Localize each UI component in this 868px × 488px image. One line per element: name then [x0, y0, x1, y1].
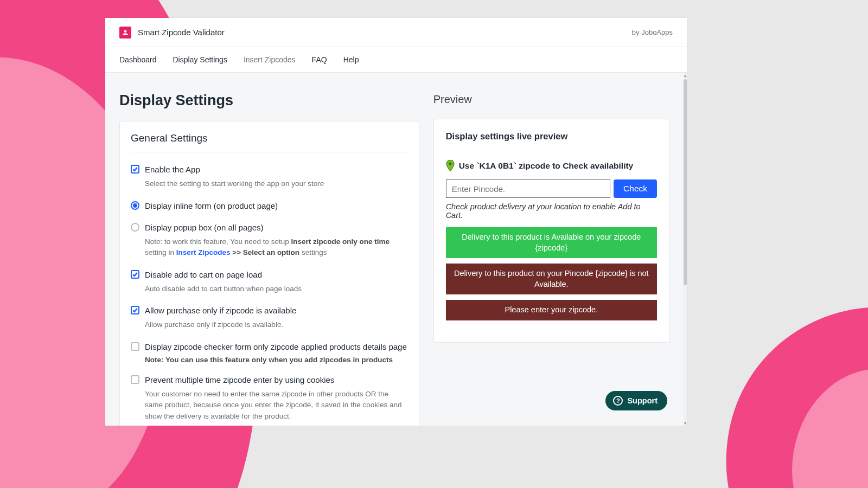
nav-dashboard[interactable]: Dashboard: [119, 55, 157, 64]
setting-desc: Note: to work this feature, You need to …: [145, 236, 408, 259]
setting-display-popup: Display popup box (on all pages) Note: t…: [131, 222, 408, 259]
page-title: Display Settings: [119, 92, 419, 109]
help-icon: ?: [613, 396, 623, 406]
checkbox-disable-cart[interactable]: [131, 270, 139, 279]
scrollbar-thumb[interactable]: [684, 79, 687, 285]
setting-only-applied-products: Display zipcode checker form only zipcod…: [131, 342, 408, 364]
scroll-down-icon[interactable]: ▾: [684, 420, 687, 426]
support-button[interactable]: ? Support: [605, 391, 667, 410]
nav-display-settings[interactable]: Display Settings: [173, 55, 227, 64]
nav-faq[interactable]: FAQ: [312, 55, 327, 64]
setting-label: Display inline form (on product page): [145, 201, 278, 211]
brand-logo-icon: [119, 27, 131, 38]
setting-allow-purchase: Allow purchase only if zipcode is availa…: [131, 305, 408, 331]
app-title: Smart Zipcode Validator: [138, 28, 225, 37]
setting-desc: Your customer no need to enter the same …: [145, 389, 408, 422]
setting-label: Display popup box (on all pages): [145, 222, 408, 233]
setting-label: Display zipcode checker form only zipcod…: [145, 342, 407, 352]
setting-disable-cart: Disable add to cart on page load Auto di…: [131, 269, 408, 295]
radio-display-popup[interactable]: [131, 223, 139, 232]
preview-card: Display settings live preview Use `K1A 0…: [433, 119, 669, 343]
checkbox-enable-app[interactable]: [131, 165, 139, 174]
setting-label: Allow purchase only if zipcode is availa…: [145, 305, 296, 316]
nav-help[interactable]: Help: [343, 55, 359, 64]
preview-title: Preview: [433, 93, 669, 106]
checkbox-allow-purchase[interactable]: [131, 306, 139, 314]
setting-display-inline: Display inline form (on product page): [131, 201, 408, 211]
preview-msg-empty: Please enter your zipcode.: [446, 300, 657, 320]
setting-note: Note: You can use this feature only when…: [145, 356, 407, 364]
insert-zipcodes-link[interactable]: Insert Zipcodes: [176, 248, 231, 256]
scroll-up-icon[interactable]: ▴: [684, 73, 687, 78]
preview-subtext: Check product delivery at your location …: [446, 202, 657, 220]
checkbox-prevent-multiple[interactable]: [131, 375, 139, 384]
support-label: Support: [627, 396, 658, 405]
check-button[interactable]: Check: [614, 179, 657, 198]
setting-label: Disable add to cart on page load: [145, 269, 302, 280]
setting-desc: Select the setting to start working the …: [145, 178, 324, 189]
general-settings-heading: General Settings: [131, 132, 408, 152]
content-scroll: Display Settings General Settings Enable…: [105, 73, 684, 426]
checkbox-only-applied-products[interactable]: [131, 342, 139, 351]
setting-prevent-multiple: Prevent multiple time zipcode enter by u…: [131, 375, 408, 422]
pincode-input[interactable]: [446, 179, 610, 198]
setting-label: Enable the App: [145, 164, 324, 175]
general-settings-card: General Settings Enable the App Select t…: [119, 121, 419, 426]
setting-enable-app: Enable the App Select the setting to sta…: [131, 164, 408, 190]
brand: Smart Zipcode Validator: [119, 27, 225, 38]
nav-insert-zipcodes[interactable]: Insert Zipcodes: [244, 55, 296, 64]
setting-desc: Auto disable add to cart button when pag…: [145, 284, 302, 294]
main-nav: Dashboard Display Settings Insert Zipcod…: [105, 47, 687, 73]
preview-heading: Display settings live preview: [446, 131, 657, 142]
preview-msg-available: Delivery to this product is Available on…: [446, 227, 657, 258]
attribution: by JoboApps: [632, 28, 673, 36]
svg-point-0: [449, 163, 451, 165]
setting-desc: Allow purchase only if zipcode is availa…: [145, 319, 296, 330]
preview-hint: Use `K1A 0B1` zipcode to Check availabil…: [446, 160, 657, 172]
app-frame: Smart Zipcode Validator by JoboApps Dash…: [105, 18, 687, 426]
radio-display-inline[interactable]: [131, 201, 139, 210]
map-pin-icon: [446, 160, 455, 172]
app-header: Smart Zipcode Validator by JoboApps: [105, 18, 687, 47]
preview-msg-not-available: Delivery to this product on your Pincode…: [446, 264, 657, 294]
setting-label: Prevent multiple time zipcode enter by u…: [145, 375, 408, 386]
scrollbar[interactable]: ▴ ▾: [684, 73, 687, 426]
